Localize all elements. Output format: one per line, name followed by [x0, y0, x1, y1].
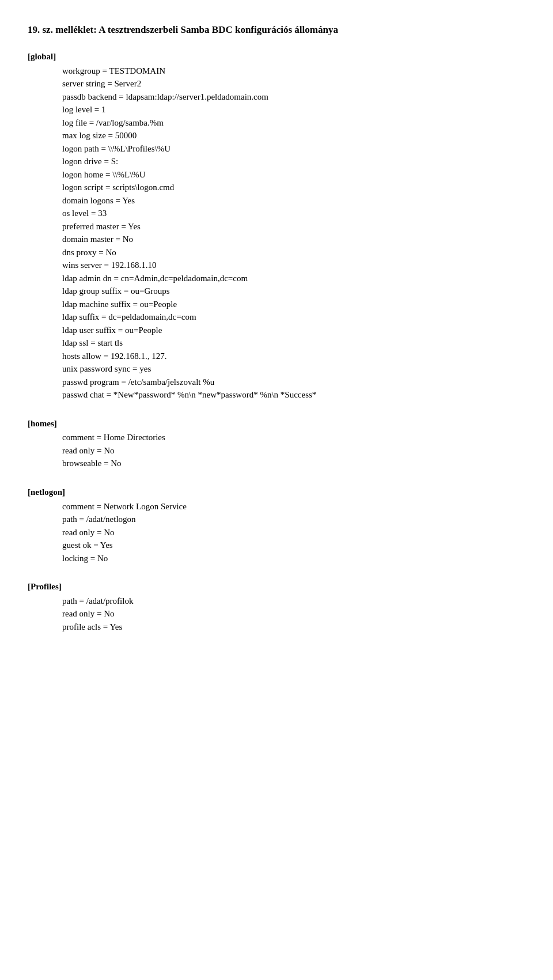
config-line: browseable = No [62, 457, 525, 470]
config-line: ldap ssl = start tls [62, 336, 525, 350]
config-line: locking = No [62, 552, 525, 565]
config-line: comment = Network Logon Service [62, 500, 525, 513]
config-line: unix password sync = yes [62, 362, 525, 376]
config-line: server string = Server2 [62, 77, 525, 90]
config-line: comment = Home Directories [62, 431, 525, 444]
section-label-1: [homes] [28, 418, 525, 430]
config-line: preferred master = Yes [62, 220, 525, 233]
config-line: log level = 1 [62, 103, 525, 116]
config-line: logon script = scripts\logon.cmd [62, 181, 525, 194]
config-line: ldap admin dn = cn=Admin,dc=peldadomain,… [62, 272, 525, 285]
config-line: read only = No [62, 526, 525, 539]
config-line: passdb backend = ldapsam:ldap://server1.… [62, 90, 525, 104]
config-line: ldap suffix = dc=peldadomain,dc=com [62, 311, 525, 324]
config-line: profile acls = Yes [62, 620, 525, 634]
config-line: os level = 33 [62, 207, 525, 220]
config-line: max log size = 50000 [62, 129, 525, 142]
config-line: passwd program = /etc/samba/jelszovalt %… [62, 376, 525, 389]
section-label-0: [global] [28, 51, 525, 63]
config-line: ldap user suffix = ou=People [62, 324, 525, 337]
config-line: guest ok = Yes [62, 539, 525, 552]
config-line: logon drive = S: [62, 155, 525, 168]
page-title: 19. sz. melléklet: A tesztrendszerbeli S… [28, 23, 525, 37]
config-line: dns proxy = No [62, 246, 525, 259]
config-line: wins server = 192.168.1.10 [62, 259, 525, 272]
config-line: domain master = No [62, 233, 525, 246]
section-label-3: [Profiles] [28, 581, 525, 593]
section-label-2: [netlogon] [28, 486, 525, 499]
config-line: domain logons = Yes [62, 194, 525, 207]
config-line: read only = No [62, 607, 525, 620]
config-line: path = /adat/profilok [62, 595, 525, 608]
config-line: read only = No [62, 444, 525, 457]
config-line: logon home = \\%L\%U [62, 168, 525, 181]
config-line: ldap group suffix = ou=Groups [62, 285, 525, 298]
config-line: logon path = \\%L\Profiles\%U [62, 142, 525, 156]
config-line: passwd chat = *New*password* %n\n *new*p… [62, 388, 525, 402]
config-line: workgroup = TESTDOMAIN [62, 65, 525, 78]
config-line: path = /adat/netlogon [62, 513, 525, 526]
config-line: ldap machine suffix = ou=People [62, 298, 525, 311]
config-line: log file = /var/log/samba.%m [62, 116, 525, 130]
config-line: hosts allow = 192.168.1., 127. [62, 350, 525, 363]
